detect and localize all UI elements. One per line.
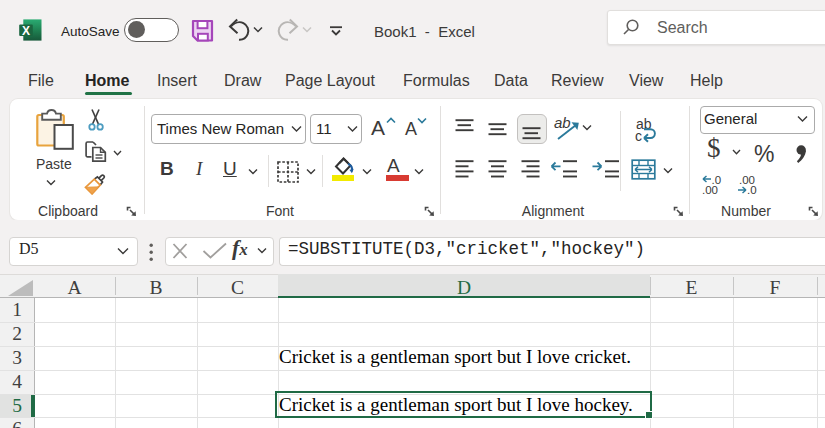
svg-text:.0: .0 — [747, 184, 757, 195]
svg-text:X: X — [22, 24, 30, 38]
svg-text:.00: .00 — [702, 184, 718, 195]
